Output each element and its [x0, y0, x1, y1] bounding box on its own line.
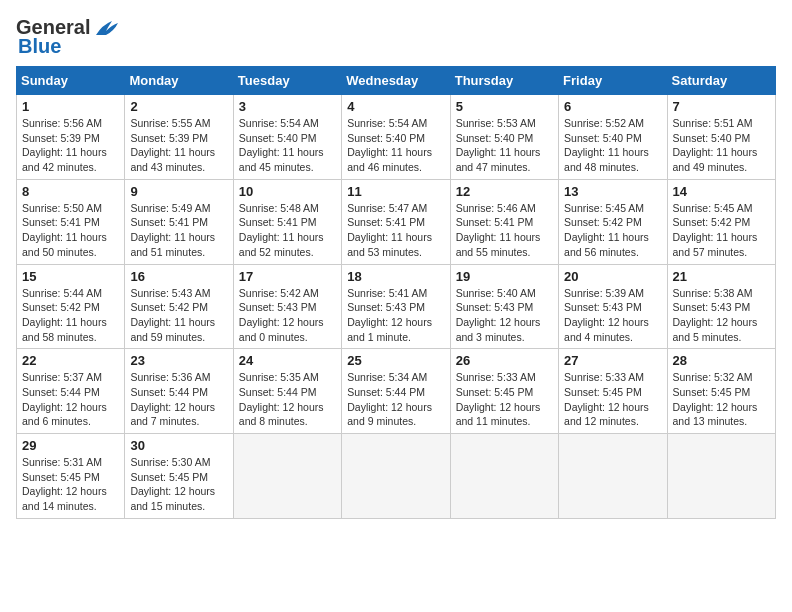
day-number: 12 — [456, 184, 553, 199]
day-info: Sunrise: 5:39 AM Sunset: 5:43 PM Dayligh… — [564, 286, 661, 345]
day-info: Sunrise: 5:53 AM Sunset: 5:40 PM Dayligh… — [456, 116, 553, 175]
day-number: 3 — [239, 99, 336, 114]
calendar-cell: 6Sunrise: 5:52 AM Sunset: 5:40 PM Daylig… — [559, 95, 667, 180]
day-info: Sunrise: 5:56 AM Sunset: 5:39 PM Dayligh… — [22, 116, 119, 175]
calendar-cell: 20Sunrise: 5:39 AM Sunset: 5:43 PM Dayli… — [559, 264, 667, 349]
day-info: Sunrise: 5:35 AM Sunset: 5:44 PM Dayligh… — [239, 370, 336, 429]
day-info: Sunrise: 5:45 AM Sunset: 5:42 PM Dayligh… — [564, 201, 661, 260]
calendar-cell — [233, 434, 341, 519]
calendar-cell: 8Sunrise: 5:50 AM Sunset: 5:41 PM Daylig… — [17, 179, 125, 264]
day-number: 13 — [564, 184, 661, 199]
day-number: 23 — [130, 353, 227, 368]
calendar-cell: 23Sunrise: 5:36 AM Sunset: 5:44 PM Dayli… — [125, 349, 233, 434]
day-number: 18 — [347, 269, 444, 284]
calendar-cell: 21Sunrise: 5:38 AM Sunset: 5:43 PM Dayli… — [667, 264, 775, 349]
calendar-cell: 12Sunrise: 5:46 AM Sunset: 5:41 PM Dayli… — [450, 179, 558, 264]
calendar-week-4: 22Sunrise: 5:37 AM Sunset: 5:44 PM Dayli… — [17, 349, 776, 434]
day-number: 25 — [347, 353, 444, 368]
calendar-cell: 26Sunrise: 5:33 AM Sunset: 5:45 PM Dayli… — [450, 349, 558, 434]
day-number: 7 — [673, 99, 770, 114]
page-header: General Blue — [16, 16, 776, 58]
calendar-cell: 27Sunrise: 5:33 AM Sunset: 5:45 PM Dayli… — [559, 349, 667, 434]
day-info: Sunrise: 5:45 AM Sunset: 5:42 PM Dayligh… — [673, 201, 770, 260]
calendar-week-1: 1Sunrise: 5:56 AM Sunset: 5:39 PM Daylig… — [17, 95, 776, 180]
day-info: Sunrise: 5:49 AM Sunset: 5:41 PM Dayligh… — [130, 201, 227, 260]
day-info: Sunrise: 5:46 AM Sunset: 5:41 PM Dayligh… — [456, 201, 553, 260]
calendar-cell: 29Sunrise: 5:31 AM Sunset: 5:45 PM Dayli… — [17, 434, 125, 519]
day-number: 24 — [239, 353, 336, 368]
day-info: Sunrise: 5:33 AM Sunset: 5:45 PM Dayligh… — [564, 370, 661, 429]
day-info: Sunrise: 5:44 AM Sunset: 5:42 PM Dayligh… — [22, 286, 119, 345]
calendar-cell — [450, 434, 558, 519]
calendar-week-2: 8Sunrise: 5:50 AM Sunset: 5:41 PM Daylig… — [17, 179, 776, 264]
calendar-cell: 3Sunrise: 5:54 AM Sunset: 5:40 PM Daylig… — [233, 95, 341, 180]
day-number: 26 — [456, 353, 553, 368]
calendar-cell: 10Sunrise: 5:48 AM Sunset: 5:41 PM Dayli… — [233, 179, 341, 264]
calendar-cell: 13Sunrise: 5:45 AM Sunset: 5:42 PM Dayli… — [559, 179, 667, 264]
day-number: 28 — [673, 353, 770, 368]
logo: General Blue — [16, 16, 120, 58]
day-info: Sunrise: 5:52 AM Sunset: 5:40 PM Dayligh… — [564, 116, 661, 175]
day-number: 27 — [564, 353, 661, 368]
calendar-cell: 1Sunrise: 5:56 AM Sunset: 5:39 PM Daylig… — [17, 95, 125, 180]
day-number: 9 — [130, 184, 227, 199]
day-info: Sunrise: 5:47 AM Sunset: 5:41 PM Dayligh… — [347, 201, 444, 260]
day-number: 15 — [22, 269, 119, 284]
logo-bird-icon — [92, 17, 120, 39]
day-info: Sunrise: 5:41 AM Sunset: 5:43 PM Dayligh… — [347, 286, 444, 345]
header-sunday: Sunday — [17, 67, 125, 95]
day-info: Sunrise: 5:51 AM Sunset: 5:40 PM Dayligh… — [673, 116, 770, 175]
header-friday: Friday — [559, 67, 667, 95]
day-number: 30 — [130, 438, 227, 453]
day-number: 2 — [130, 99, 227, 114]
calendar-week-5: 29Sunrise: 5:31 AM Sunset: 5:45 PM Dayli… — [17, 434, 776, 519]
calendar-cell: 5Sunrise: 5:53 AM Sunset: 5:40 PM Daylig… — [450, 95, 558, 180]
day-info: Sunrise: 5:34 AM Sunset: 5:44 PM Dayligh… — [347, 370, 444, 429]
day-number: 29 — [22, 438, 119, 453]
calendar-cell: 22Sunrise: 5:37 AM Sunset: 5:44 PM Dayli… — [17, 349, 125, 434]
header-wednesday: Wednesday — [342, 67, 450, 95]
day-number: 8 — [22, 184, 119, 199]
day-number: 1 — [22, 99, 119, 114]
day-number: 11 — [347, 184, 444, 199]
calendar-cell: 18Sunrise: 5:41 AM Sunset: 5:43 PM Dayli… — [342, 264, 450, 349]
calendar-cell: 28Sunrise: 5:32 AM Sunset: 5:45 PM Dayli… — [667, 349, 775, 434]
day-number: 14 — [673, 184, 770, 199]
calendar-cell: 14Sunrise: 5:45 AM Sunset: 5:42 PM Dayli… — [667, 179, 775, 264]
calendar-cell: 24Sunrise: 5:35 AM Sunset: 5:44 PM Dayli… — [233, 349, 341, 434]
calendar-cell — [667, 434, 775, 519]
calendar-cell: 19Sunrise: 5:40 AM Sunset: 5:43 PM Dayli… — [450, 264, 558, 349]
header-thursday: Thursday — [450, 67, 558, 95]
day-info: Sunrise: 5:48 AM Sunset: 5:41 PM Dayligh… — [239, 201, 336, 260]
logo-blue: Blue — [18, 35, 61, 58]
header-tuesday: Tuesday — [233, 67, 341, 95]
calendar-cell — [559, 434, 667, 519]
calendar-cell: 4Sunrise: 5:54 AM Sunset: 5:40 PM Daylig… — [342, 95, 450, 180]
day-info: Sunrise: 5:42 AM Sunset: 5:43 PM Dayligh… — [239, 286, 336, 345]
calendar-cell: 15Sunrise: 5:44 AM Sunset: 5:42 PM Dayli… — [17, 264, 125, 349]
calendar-cell: 7Sunrise: 5:51 AM Sunset: 5:40 PM Daylig… — [667, 95, 775, 180]
day-number: 16 — [130, 269, 227, 284]
day-info: Sunrise: 5:32 AM Sunset: 5:45 PM Dayligh… — [673, 370, 770, 429]
day-number: 22 — [22, 353, 119, 368]
day-number: 21 — [673, 269, 770, 284]
day-info: Sunrise: 5:50 AM Sunset: 5:41 PM Dayligh… — [22, 201, 119, 260]
day-number: 17 — [239, 269, 336, 284]
day-number: 6 — [564, 99, 661, 114]
day-number: 20 — [564, 269, 661, 284]
calendar-cell: 16Sunrise: 5:43 AM Sunset: 5:42 PM Dayli… — [125, 264, 233, 349]
day-info: Sunrise: 5:55 AM Sunset: 5:39 PM Dayligh… — [130, 116, 227, 175]
calendar-cell: 17Sunrise: 5:42 AM Sunset: 5:43 PM Dayli… — [233, 264, 341, 349]
header-monday: Monday — [125, 67, 233, 95]
calendar-cell: 30Sunrise: 5:30 AM Sunset: 5:45 PM Dayli… — [125, 434, 233, 519]
calendar-cell — [342, 434, 450, 519]
day-number: 4 — [347, 99, 444, 114]
calendar-cell: 2Sunrise: 5:55 AM Sunset: 5:39 PM Daylig… — [125, 95, 233, 180]
calendar-cell: 9Sunrise: 5:49 AM Sunset: 5:41 PM Daylig… — [125, 179, 233, 264]
day-number: 5 — [456, 99, 553, 114]
day-info: Sunrise: 5:38 AM Sunset: 5:43 PM Dayligh… — [673, 286, 770, 345]
day-info: Sunrise: 5:54 AM Sunset: 5:40 PM Dayligh… — [239, 116, 336, 175]
calendar-header-row: SundayMondayTuesdayWednesdayThursdayFrid… — [17, 67, 776, 95]
header-saturday: Saturday — [667, 67, 775, 95]
calendar-week-3: 15Sunrise: 5:44 AM Sunset: 5:42 PM Dayli… — [17, 264, 776, 349]
